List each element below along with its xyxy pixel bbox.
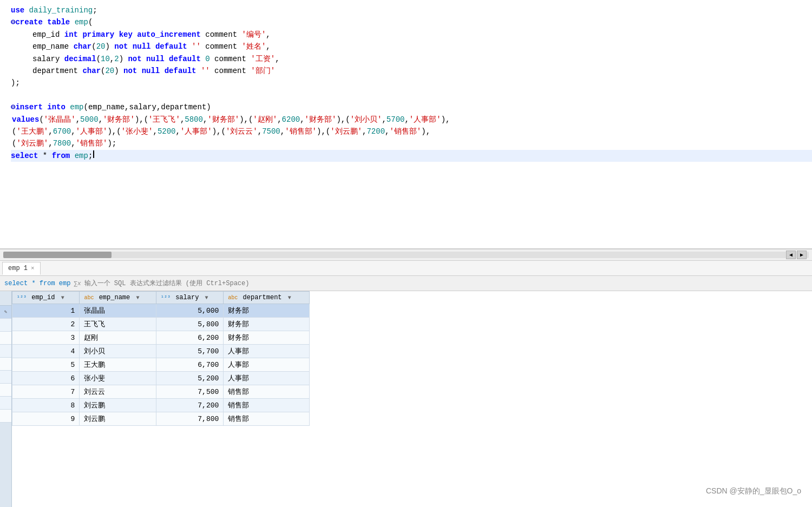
- code-line-8: [11, 89, 812, 101]
- cell-empid: 6: [12, 372, 80, 385]
- salary-type-icon: ¹²³: [161, 295, 171, 301]
- horizontal-scrollbar[interactable]: ◀ ▶: [0, 249, 812, 261]
- left-side-panel: ✎: [0, 291, 12, 507]
- table-row[interactable]: 5王大鹏6,700人事部: [12, 358, 310, 372]
- left-panel-header: [0, 291, 11, 306]
- cell-empid: 1: [12, 304, 80, 318]
- filter-query-text: select * from emp: [4, 280, 70, 287]
- table-row[interactable]: 9刘云鹏7,800销售部: [12, 412, 310, 426]
- cell-dept: 人事部: [224, 358, 310, 372]
- scroll-arrows[interactable]: ◀ ▶: [786, 251, 807, 259]
- cell-salary: 6,200: [156, 331, 223, 345]
- cell-salary: 7,200: [156, 399, 223, 412]
- row-action-8[interactable]: [0, 397, 11, 410]
- cell-dept: 销售部: [224, 385, 310, 399]
- empname-type-icon: abc: [84, 295, 94, 301]
- table-row[interactable]: 4刘小贝5,700人事部: [12, 345, 310, 358]
- watermark: CSDN @安静的_显眼包O_o: [706, 486, 801, 496]
- filter-icon: ∑x: [74, 280, 81, 287]
- table-row[interactable]: 1张晶晶5,000财务部: [12, 304, 310, 318]
- cell-empid: 2: [12, 318, 80, 331]
- text-cursor: [93, 150, 94, 158]
- col-empid-label: emp_id: [31, 294, 55, 301]
- scroll-left-arrow[interactable]: ◀: [786, 251, 796, 259]
- code-line-12: ('刘云鹏',7800,'销售部');: [11, 137, 812, 149]
- scrollbar-thumb[interactable]: [3, 252, 112, 258]
- row-action-2[interactable]: [0, 319, 11, 332]
- code-line-6: department char(20) not null default '' …: [11, 65, 812, 77]
- cell-dept: 财务部: [224, 304, 310, 318]
- cell-empid: 5: [12, 358, 80, 372]
- cell-dept: 销售部: [224, 399, 310, 412]
- cell-dept: 销售部: [224, 412, 310, 426]
- tab-label: emp 1: [8, 265, 28, 272]
- cell-empname: 王大鹏: [80, 358, 156, 372]
- code-editor[interactable]: use daily_training; ⊖create table emp( e…: [0, 0, 812, 249]
- cell-empname: 刘小贝: [80, 345, 156, 358]
- row-action-7[interactable]: [0, 384, 11, 397]
- cell-salary: 5,200: [156, 372, 223, 385]
- row-action-9[interactable]: [0, 410, 11, 423]
- col-empname-label: emp_name: [99, 294, 130, 301]
- code-line-9: ⊖insert into emp(emp_name,salary,departm…: [11, 101, 812, 113]
- row-action-6[interactable]: [0, 371, 11, 384]
- cell-salary: 5,700: [156, 345, 223, 358]
- cell-empid: 3: [12, 331, 80, 345]
- cell-dept: 财务部: [224, 331, 310, 345]
- col-header-salary[interactable]: ¹²³ salary ▼: [156, 292, 223, 304]
- salary-sort-icon[interactable]: ▼: [205, 295, 208, 301]
- cell-dept: 人事部: [224, 372, 310, 385]
- code-line-11: ('王大鹏',6700,'人事部'),('张小斐',5200,'人事部'),('…: [11, 126, 812, 137]
- cell-empname: 赵刚: [80, 331, 156, 345]
- empid-type-icon: ¹²³: [17, 295, 27, 301]
- row-action-4[interactable]: [0, 345, 11, 358]
- col-salary-label: salary: [175, 294, 199, 301]
- cell-empname: 张小斐: [80, 372, 156, 385]
- cell-empid: 8: [12, 399, 80, 412]
- col-header-dept[interactable]: abc department ▼: [224, 292, 310, 304]
- table-row[interactable]: 7刘云云7,500销售部: [12, 385, 310, 399]
- empid-sort-icon[interactable]: ▼: [61, 295, 64, 301]
- empname-sort-icon[interactable]: ▼: [136, 295, 139, 301]
- cell-empid: 4: [12, 345, 80, 358]
- table-row[interactable]: 6张小斐5,200人事部: [12, 372, 310, 385]
- cell-empid: 7: [12, 385, 80, 399]
- code-line-1: use daily_training;: [11, 4, 812, 16]
- cell-empname: 王飞飞: [80, 318, 156, 331]
- tab-close-button[interactable]: ×: [31, 265, 35, 272]
- db-name: daily_training: [29, 4, 93, 16]
- cell-salary: 7,800: [156, 412, 223, 426]
- row-action-5[interactable]: [0, 358, 11, 371]
- filter-bar: select * from emp ∑x: [0, 276, 812, 291]
- col-header-empid[interactable]: ¹²³ emp_id ▼: [12, 292, 80, 304]
- dept-sort-icon[interactable]: ▼: [288, 295, 291, 301]
- cell-empname: 张晶晶: [80, 304, 156, 318]
- row-action-1[interactable]: ✎: [0, 306, 11, 319]
- cell-empname: 刘云鹏: [80, 412, 156, 426]
- code-line-13: select * from emp;: [11, 150, 812, 162]
- table-header-row: ¹²³ emp_id ▼ abc emp_name ▼ ¹²³ salary: [12, 292, 310, 304]
- scroll-right-arrow[interactable]: ▶: [797, 251, 807, 259]
- col-dept-label: department: [243, 294, 282, 301]
- cell-dept: 人事部: [224, 345, 310, 358]
- cell-empname: 刘云鹏: [80, 399, 156, 412]
- cell-salary: 5,800: [156, 318, 223, 331]
- scrollbar-track[interactable]: [3, 252, 809, 258]
- table-row[interactable]: 2王飞飞5,800财务部: [12, 318, 310, 331]
- cell-dept: 财务部: [224, 318, 310, 331]
- result-tab[interactable]: emp 1 ×: [2, 262, 41, 275]
- code-line-4: emp_name char(20) not null default '' co…: [11, 41, 812, 52]
- cell-salary: 7,500: [156, 385, 223, 399]
- table-row[interactable]: 8刘云鹏7,200销售部: [12, 399, 310, 412]
- table-scroll[interactable]: ¹²³ emp_id ▼ abc emp_name ▼ ¹²³ salary: [12, 291, 812, 507]
- code-line-3: emp_id int primary key auto_increment co…: [11, 29, 812, 41]
- table-body: 1张晶晶5,000财务部2王飞飞5,800财务部3赵刚6,200财务部4刘小贝5…: [12, 304, 310, 426]
- code-line-7: );: [11, 77, 812, 89]
- cell-empname: 刘云云: [80, 385, 156, 399]
- col-header-empname[interactable]: abc emp_name ▼: [80, 292, 156, 304]
- filter-input[interactable]: [84, 280, 808, 287]
- row-action-3[interactable]: [0, 332, 11, 345]
- cell-salary: 6,700: [156, 358, 223, 372]
- tab-bar: emp 1 ×: [0, 261, 812, 276]
- table-row[interactable]: 3赵刚6,200财务部: [12, 331, 310, 345]
